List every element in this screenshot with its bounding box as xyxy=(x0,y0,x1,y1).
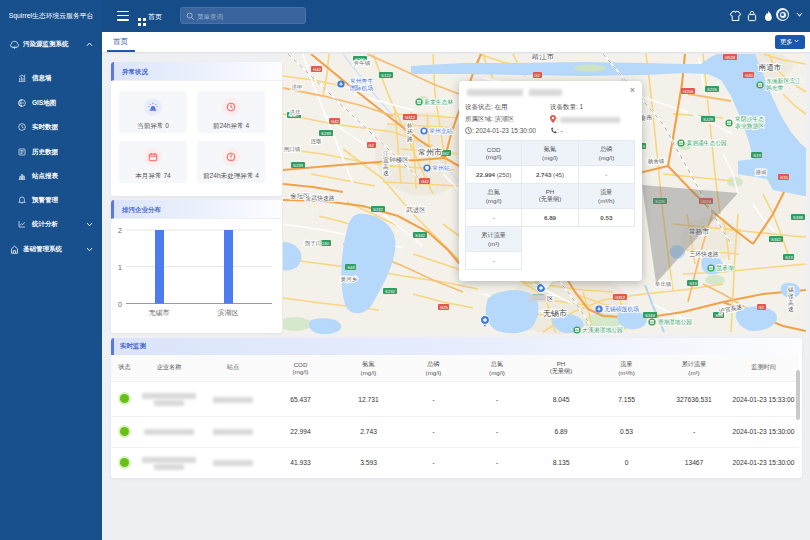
svg-text:G15: G15 xyxy=(780,175,789,180)
svg-text:金武快速路: 金武快速路 xyxy=(306,195,335,202)
svg-text:奔牛镇: 奔牛镇 xyxy=(354,60,371,66)
svg-text:S48: S48 xyxy=(347,265,355,270)
svg-text:G312: G312 xyxy=(615,295,626,300)
svg-text:S239: S239 xyxy=(293,163,303,168)
svg-text:G40: G40 xyxy=(745,73,754,78)
svg-text:武进区: 武进区 xyxy=(405,206,426,214)
svg-text:G2: G2 xyxy=(758,305,764,310)
svg-text:外: 外 xyxy=(406,122,413,129)
svg-text:昆承湖: 昆承湖 xyxy=(716,264,734,272)
svg-text:黄泗涌生态公园: 黄泗涌生态公园 xyxy=(686,139,727,147)
svg-text:S229: S229 xyxy=(703,117,713,122)
svg-text:G42: G42 xyxy=(331,119,340,124)
svg-text:辛庄镇: 辛庄镇 xyxy=(655,281,672,287)
svg-text:S226: S226 xyxy=(655,199,665,204)
svg-text:常州站: 常州站 xyxy=(432,165,450,172)
svg-text:速: 速 xyxy=(383,170,389,176)
svg-text:常熟市: 常熟市 xyxy=(689,228,710,236)
svg-text:S342: S342 xyxy=(771,237,781,242)
svg-text:漕湖湿地公园: 漕湖湿地公园 xyxy=(657,318,692,326)
svg-text:S226: S226 xyxy=(707,87,717,92)
svg-text:G2: G2 xyxy=(368,143,374,148)
svg-text:拐子口: 拐子口 xyxy=(304,240,322,247)
svg-text:滨湖区: 滨湖区 xyxy=(218,308,239,317)
svg-text:G2: G2 xyxy=(534,73,540,78)
svg-text:连墩: 连墩 xyxy=(311,138,323,145)
svg-text:S122: S122 xyxy=(381,73,391,78)
svg-text:S342: S342 xyxy=(415,233,425,238)
svg-text:国际机场: 国际机场 xyxy=(350,84,373,92)
svg-text:无锡市: 无锡市 xyxy=(149,308,170,317)
svg-text:S239: S239 xyxy=(321,131,331,136)
svg-text:G312: G312 xyxy=(405,115,416,120)
svg-text:G42: G42 xyxy=(421,179,430,184)
svg-text:2: 2 xyxy=(118,227,122,234)
svg-text:新龙生态林: 新龙生态林 xyxy=(424,99,453,105)
svg-text:常州市: 常州市 xyxy=(418,148,442,157)
svg-text:闸口镇: 闸口镇 xyxy=(284,146,301,153)
svg-text:路: 路 xyxy=(407,136,413,143)
svg-text:风光带: 风光带 xyxy=(766,85,784,92)
svg-text:常州奔牛: 常州奔牛 xyxy=(350,78,373,84)
svg-text:G528: G528 xyxy=(725,55,736,60)
svg-text:G204: G204 xyxy=(683,89,694,94)
svg-text:0: 0 xyxy=(118,300,122,307)
svg-text:速: 速 xyxy=(788,306,794,312)
svg-text:S232: S232 xyxy=(373,207,383,212)
svg-text:G42: G42 xyxy=(313,67,322,72)
svg-text:南通市: 南通市 xyxy=(758,63,782,72)
svg-text:S338: S338 xyxy=(793,215,803,220)
svg-text:环: 环 xyxy=(407,129,413,135)
svg-text:S343: S343 xyxy=(645,313,655,318)
svg-text:港城: 港城 xyxy=(756,169,768,176)
svg-text:常阴沙生态: 常阴沙生态 xyxy=(735,116,764,123)
svg-text:三环快速路: 三环快速路 xyxy=(690,251,719,258)
svg-text:区: 区 xyxy=(547,295,554,302)
svg-text:1: 1 xyxy=(118,263,122,270)
svg-text:常州北站: 常州北站 xyxy=(429,128,452,135)
svg-text:洪庄: 洪庄 xyxy=(290,109,302,116)
svg-text:农业旅游区: 农业旅游区 xyxy=(735,122,764,130)
svg-text:东洲新区滨江: 东洲新区滨江 xyxy=(766,77,801,85)
svg-text:S19: S19 xyxy=(689,281,697,286)
svg-text:黄河乡: 黄河乡 xyxy=(341,276,358,283)
svg-text:大溪港湿地公园: 大溪港湿地公园 xyxy=(582,326,623,334)
svg-text:高: 高 xyxy=(788,300,794,306)
svg-text:杨舍镇: 杨舍镇 xyxy=(647,158,665,165)
svg-text:无锡硕放机场: 无锡硕放机场 xyxy=(604,305,639,313)
svg-text:靖江市: 靖江市 xyxy=(532,54,555,61)
svg-text:宜: 宜 xyxy=(383,156,389,163)
svg-text:S232: S232 xyxy=(385,289,395,294)
svg-text:无锡市: 无锡市 xyxy=(543,309,567,318)
svg-text:G524: G524 xyxy=(701,199,712,204)
svg-text:S19: S19 xyxy=(753,153,761,158)
svg-text:洪甲: 洪甲 xyxy=(292,84,303,91)
svg-text:钟楼区: 钟楼区 xyxy=(388,156,409,163)
svg-text:高: 高 xyxy=(383,164,389,170)
svg-text:S19: S19 xyxy=(785,255,793,260)
svg-text:G25: G25 xyxy=(440,305,449,310)
